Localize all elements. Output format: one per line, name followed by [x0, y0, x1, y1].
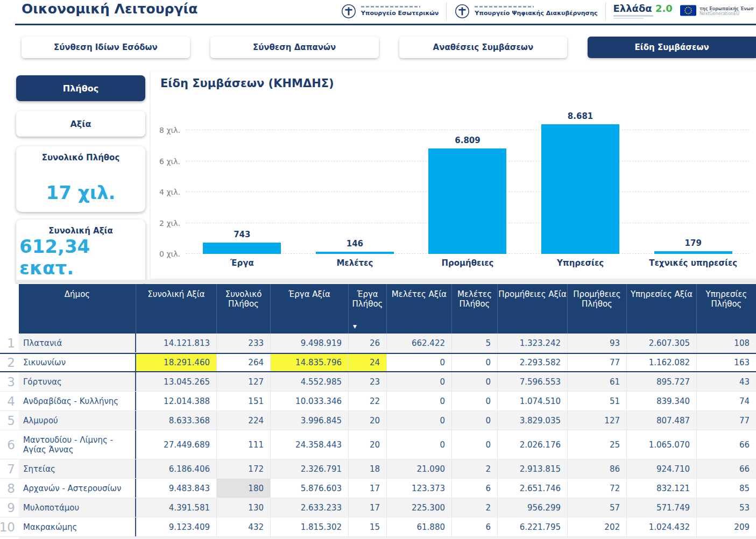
value-cell[interactable]: 8.633.368: [136, 411, 217, 430]
municipality-name-cell[interactable]: Γόρτυνας: [19, 372, 136, 391]
value-cell[interactable]: 53: [697, 498, 756, 517]
municipality-name-cell[interactable]: Σητείας: [19, 459, 136, 478]
column-header-4[interactable]: Έργα Πλήθος▼: [349, 284, 387, 334]
value-cell[interactable]: 1.323.242: [498, 334, 568, 352]
table-row-Μυλοποτάμου[interactable]: 9Μυλοποτάμου4.391.5811302.633.23317225.3…: [0, 498, 756, 517]
value-cell[interactable]: 956.299: [498, 498, 568, 517]
value-cell[interactable]: 0: [387, 354, 452, 371]
value-cell[interactable]: 224: [217, 411, 271, 430]
column-header-1[interactable]: Συνολική Αξία: [136, 284, 217, 334]
value-cell[interactable]: 0: [387, 411, 452, 430]
value-cell[interactable]: 1.024.432: [627, 517, 697, 536]
value-cell[interactable]: 86: [568, 459, 627, 478]
bar-Μελέτες[interactable]: [316, 252, 394, 254]
value-cell[interactable]: 0: [387, 392, 452, 410]
sort-descending-icon[interactable]: ▼: [353, 324, 357, 329]
value-cell[interactable]: 9.483.843: [136, 479, 217, 498]
value-cell[interactable]: 61.880: [387, 517, 452, 536]
value-cell[interactable]: 127: [568, 411, 627, 430]
municipality-name-cell[interactable]: Σικυωνίων: [19, 354, 136, 371]
table-row-Μακρακώμης[interactable]: 10Μακρακώμης9.123.4094321.815.3021561.88…: [0, 517, 756, 537]
municipality-name-cell[interactable]: Αλμυρού: [19, 411, 136, 430]
value-cell[interactable]: 6.186.406: [136, 459, 217, 478]
value-cell[interactable]: 17: [349, 479, 387, 498]
value-cell[interactable]: 0: [452, 392, 498, 410]
column-header-8[interactable]: Προμήθειες Πλήθος: [568, 284, 627, 334]
table-row-Γόρτυνας[interactable]: 3Γόρτυνας13.045.2651274.552.98523007.596…: [0, 372, 756, 392]
value-cell[interactable]: 1.815.302: [271, 517, 349, 536]
value-cell[interactable]: 0: [452, 372, 498, 391]
value-cell[interactable]: 74: [697, 392, 756, 410]
value-cell[interactable]: 209: [697, 517, 756, 536]
value-cell[interactable]: 9.498.919: [271, 334, 349, 352]
value-cell[interactable]: 14.121.813: [136, 334, 217, 352]
value-cell[interactable]: 66: [697, 459, 756, 478]
column-header-2[interactable]: Συνολικό Πλήθος: [217, 284, 271, 334]
value-cell[interactable]: 571.749: [627, 498, 697, 517]
value-cell[interactable]: 15: [349, 517, 387, 536]
table-row-Αλμυρού[interactable]: 5Αλμυρού8.633.3682243.996.84520003.829.0…: [0, 411, 756, 430]
value-cell[interactable]: 180: [217, 479, 271, 498]
value-cell[interactable]: 432: [217, 517, 271, 536]
value-cell[interactable]: 202: [568, 517, 627, 536]
value-cell[interactable]: 20: [349, 430, 387, 459]
value-cell[interactable]: 0: [387, 430, 452, 459]
column-header-9[interactable]: Υπηρεσίες Αξία: [627, 284, 697, 334]
bar-Προμήθειες[interactable]: [428, 148, 506, 254]
value-cell[interactable]: 0: [452, 354, 498, 371]
table-row-Πλατανιά[interactable]: 1Πλατανιά14.121.8132339.498.91926662.422…: [0, 334, 756, 353]
toggle-axia-button[interactable]: Αξία: [16, 111, 145, 137]
value-cell[interactable]: 5.876.603: [271, 479, 349, 498]
value-cell[interactable]: 61: [568, 372, 627, 391]
value-cell[interactable]: 108: [697, 334, 756, 352]
value-cell[interactable]: 9.123.409: [136, 517, 217, 536]
value-cell[interactable]: 0: [452, 430, 498, 459]
municipality-name-cell[interactable]: Αρχανών - Αστερουσίων: [19, 479, 136, 498]
value-cell[interactable]: 5: [452, 334, 498, 352]
value-cell[interactable]: 17: [349, 498, 387, 517]
tab-anatheseis-symvaseon[interactable]: Αναθέσεις Συμβάσεων: [399, 37, 568, 58]
value-cell[interactable]: 123.373: [387, 479, 452, 498]
value-cell[interactable]: 72: [568, 479, 627, 498]
value-cell[interactable]: 225.300: [387, 498, 452, 517]
value-cell[interactable]: 20: [349, 411, 387, 430]
value-cell[interactable]: 2.633.233: [271, 498, 349, 517]
value-cell[interactable]: 93: [568, 334, 627, 352]
value-cell[interactable]: 2.607.305: [627, 334, 697, 352]
value-cell[interactable]: 2.026.176: [498, 430, 568, 459]
value-cell[interactable]: 2.651.746: [498, 479, 568, 498]
value-cell[interactable]: 130: [217, 498, 271, 517]
value-cell[interactable]: 18.291.460: [136, 354, 217, 371]
value-cell[interactable]: 25: [568, 430, 627, 459]
value-cell[interactable]: 3.996.845: [271, 411, 349, 430]
value-cell[interactable]: 24: [349, 354, 387, 371]
table-row-Αρχανών - Αστερουσίων[interactable]: 8Αρχανών - Αστερουσίων9.483.8431805.876.…: [0, 479, 756, 498]
value-cell[interactable]: 6: [452, 479, 498, 498]
table-row-Σικυωνίων[interactable]: 2Σικυωνίων18.291.46026414.835.79624002.2…: [0, 353, 756, 372]
value-cell[interactable]: 77: [568, 354, 627, 371]
value-cell[interactable]: 23: [349, 372, 387, 391]
table-row-Σητείας[interactable]: 7Σητείας6.186.4061722.326.7911821.09022.…: [0, 459, 756, 479]
municipality-name-cell[interactable]: Πλατανιά: [19, 334, 136, 352]
value-cell[interactable]: 895.727: [627, 372, 697, 391]
value-cell[interactable]: 18: [349, 459, 387, 478]
municipality-name-cell[interactable]: Μυλοποτάμου: [19, 498, 136, 517]
value-cell[interactable]: 4.552.985: [271, 372, 349, 391]
value-cell[interactable]: 2: [452, 498, 498, 517]
value-cell[interactable]: 1.065.070: [627, 430, 697, 459]
value-cell[interactable]: 57: [568, 498, 627, 517]
value-cell[interactable]: 7.596.553: [498, 372, 568, 391]
toggle-plithos-button[interactable]: Πλήθος: [16, 75, 145, 101]
value-cell[interactable]: 2.293.582: [498, 354, 568, 371]
value-cell[interactable]: 163: [697, 354, 756, 371]
value-cell[interactable]: 6: [452, 517, 498, 536]
value-cell[interactable]: 807.487: [627, 411, 697, 430]
table-row-Ανδραβίδας - Κυλλήνης[interactable]: 4Ανδραβίδας - Κυλλήνης12.014.38815110.03…: [0, 392, 756, 411]
value-cell[interactable]: 127: [217, 372, 271, 391]
value-cell[interactable]: 2: [452, 459, 498, 478]
value-cell[interactable]: 66: [697, 430, 756, 459]
value-cell[interactable]: 0: [452, 411, 498, 430]
column-header-5[interactable]: Μελέτες Αξία: [387, 284, 452, 334]
value-cell[interactable]: 4.391.581: [136, 498, 217, 517]
value-cell[interactable]: 6.221.795: [498, 517, 568, 536]
